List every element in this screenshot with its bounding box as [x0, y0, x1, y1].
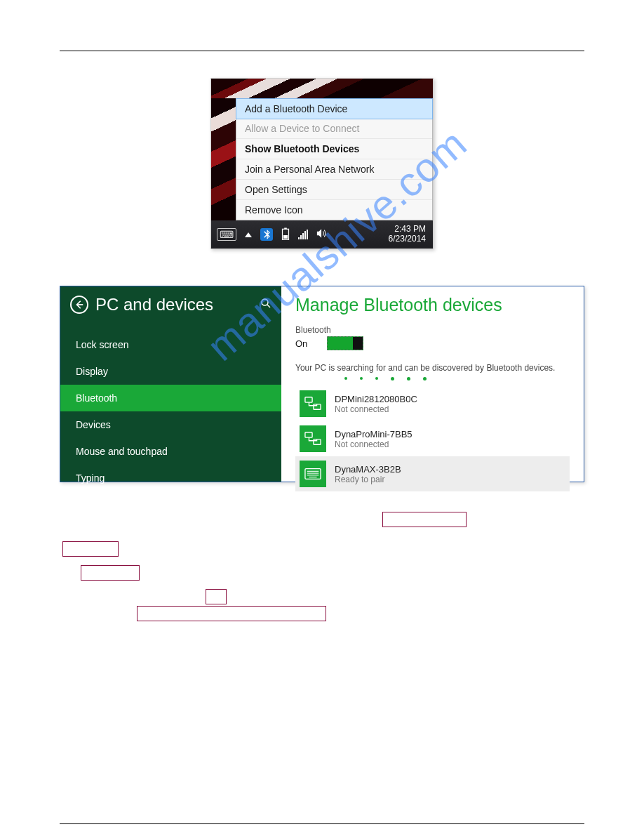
keyboard-device-icon [300, 461, 326, 487]
battery-icon[interactable] [281, 227, 290, 242]
device-status: Not connected [335, 404, 417, 414]
pane-title: Manage Bluetooth devices [295, 295, 570, 315]
touch-keyboard-icon[interactable] [217, 228, 236, 241]
settings-sidebar: PC and devices Lock screen Display Bluet… [60, 286, 281, 482]
svg-point-3 [262, 299, 268, 305]
device-name: DynaMAX-3B2B [335, 464, 401, 475]
sidebar-item-display[interactable]: Display [60, 358, 281, 385]
battery-glyph-icon [281, 227, 290, 240]
tray-overflow-icon[interactable] [245, 232, 252, 237]
bluetooth-toggle-state: On [295, 338, 307, 349]
device-status: Ready to pair [335, 475, 401, 484]
highlight-box [206, 589, 227, 604]
back-button[interactable] [70, 296, 88, 314]
divider-top [60, 51, 584, 51]
bluetooth-section-label: Bluetooth [295, 325, 570, 335]
svg-rect-4 [305, 397, 312, 402]
highlight-row [60, 565, 584, 589]
settings-header: PC and devices [60, 286, 281, 319]
screenshot-pc-and-devices: PC and devices Lock screen Display Bluet… [60, 286, 584, 482]
highlight-box [62, 541, 119, 557]
arrow-left-icon [74, 300, 84, 310]
device-status: Not connected [335, 439, 412, 449]
volume-icon[interactable] [316, 228, 328, 241]
device-pair-icon [300, 390, 326, 417]
bluetooth-tray-icon[interactable] [260, 228, 273, 241]
settings-title: PC and devices [95, 295, 213, 315]
sidebar-item-devices[interactable]: Devices [60, 411, 281, 438]
taskbar-clock[interactable]: 2:43 PM 6/23/2014 [389, 225, 427, 244]
device-row[interactable]: DPMini2812080B0C Not connected [295, 386, 570, 421]
svg-rect-2 [283, 235, 288, 239]
device-row[interactable]: DynaProMini-7BB5 Not connected [295, 421, 570, 456]
screenshot-bluetooth-tray-menu: Add a Bluetooth Device Allow a Device to… [60, 78, 584, 249]
searching-progress-dots [344, 377, 570, 380]
sidebar-item-bluetooth[interactable]: Bluetooth [60, 385, 281, 411]
desktop-wallpaper-strip [211, 79, 433, 98]
device-pair-icon [300, 425, 326, 452]
highlight-row [60, 541, 584, 565]
menu-item-remove-icon[interactable]: Remove Icon [236, 200, 432, 220]
highlight-box [81, 565, 140, 581]
menu-item-open-settings[interactable]: Open Settings [236, 180, 432, 200]
menu-item-add-bluetooth-device[interactable]: Add a Bluetooth Device [236, 98, 433, 119]
svg-rect-6 [305, 432, 312, 437]
device-row-selected[interactable]: DynaMAX-3B2B Ready to pair [295, 456, 570, 491]
bluetooth-pane: Manage Bluetooth devices Bluetooth On Yo… [281, 286, 584, 482]
taskbar: 2:43 PM 6/23/2014 [211, 220, 433, 249]
highlight-row [60, 589, 584, 613]
menu-item-show-bluetooth-devices[interactable]: Show Bluetooth Devices [236, 139, 432, 159]
sidebar-item-mouse-touchpad[interactable]: Mouse and touchpad [60, 438, 281, 465]
speaker-glyph-icon [316, 228, 328, 239]
highlight-box [382, 512, 467, 527]
bluetooth-toggle[interactable] [327, 336, 363, 350]
clock-date: 6/23/2014 [389, 234, 426, 244]
highlight-box [137, 606, 326, 621]
desktop-wallpaper-left [211, 98, 236, 220]
highlight-row [60, 512, 584, 536]
network-signal-icon[interactable] [298, 230, 308, 239]
search-icon[interactable] [260, 298, 271, 312]
sidebar-item-typing[interactable]: Typing [60, 465, 281, 491]
svg-rect-8 [305, 469, 321, 479]
device-name: DPMini2812080B0C [335, 394, 417, 404]
bluetooth-status-text: Your PC is searching for and can be disc… [295, 363, 570, 373]
menu-item-allow-device-connect: Allow a Device to Connect [236, 119, 432, 139]
bluetooth-context-menu: Add a Bluetooth Device Allow a Device to… [236, 98, 433, 220]
clock-time: 2:43 PM [389, 225, 426, 234]
sidebar-item-lock-screen[interactable]: Lock screen [60, 331, 281, 358]
menu-item-join-pan[interactable]: Join a Personal Area Network [236, 159, 432, 180]
bluetooth-glyph-icon [263, 230, 271, 239]
divider-bottom [60, 823, 584, 824]
device-name: DynaProMini-7BB5 [335, 429, 412, 439]
